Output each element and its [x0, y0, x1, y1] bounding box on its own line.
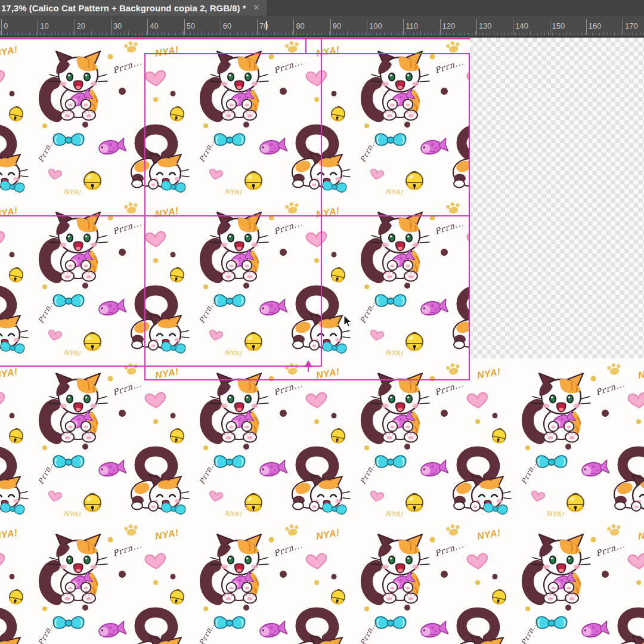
ruler-major-tick: [147, 19, 148, 35]
ruler-tick-label: 130: [479, 21, 492, 30]
ruler-tick-label: 90: [333, 21, 341, 30]
ruler-major-tick: [330, 19, 331, 35]
ruler-major-tick: [257, 19, 258, 35]
tab-close-icon[interactable]: ✕: [253, 0, 260, 16]
ruler-major-tick: [367, 19, 367, 35]
document-tab[interactable]: 17,3% (Calico Cat Pattern + Background c…: [0, 0, 267, 16]
ruler-major-tick: [38, 19, 38, 35]
ruler-major-tick: [293, 19, 294, 35]
ruler-tick-label: 80: [296, 21, 304, 30]
ruler-tick-label: 30: [113, 21, 122, 30]
ruler-tick-label: 40: [150, 21, 158, 30]
ruler-tick-label: 10: [40, 21, 48, 30]
ruler-tick-label: 50: [187, 21, 195, 30]
transparency-checkerboard: [470, 38, 644, 358]
document-tab-title: 17,3% (Calico Cat Pattern + Background c…: [1, 3, 246, 13]
ruler-minor-ticks: [0, 33, 644, 35]
ruler-major-tick: [623, 19, 623, 35]
ruler-tick-label: 140: [515, 21, 528, 30]
ruler-major-tick: [440, 19, 441, 35]
ruler-major-tick: [184, 19, 185, 35]
ruler-major-tick: [111, 19, 112, 35]
ruler-tick-label: 20: [77, 21, 85, 30]
ruler-major-tick: [221, 19, 221, 35]
ruler-tick-label: 70: [259, 21, 268, 30]
ruler-major-tick: [513, 19, 513, 35]
ruler-tick-label: 120: [442, 21, 456, 30]
pattern-layer-left: [0, 38, 470, 644]
ruler-major-tick: [586, 19, 587, 35]
ruler-tick-label: 60: [223, 21, 231, 30]
document-canvas[interactable]: NYA! NYA! Prrn... Prrn...: [0, 38, 644, 644]
ruler-tick-label: 170: [625, 21, 638, 30]
ruler-tick-label: 160: [589, 21, 602, 30]
document-tab-bar: 17,3% (Calico Cat Pattern + Background c…: [0, 0, 644, 16]
ruler-tick-label: 100: [369, 21, 382, 30]
ruler-major-tick: [75, 19, 75, 35]
ruler-tick-label: 110: [405, 21, 418, 30]
horizontal-ruler[interactable]: 0102030405060708090100110120130140150160…: [0, 16, 644, 38]
pattern-layer-bottom-right: [470, 358, 644, 644]
ruler-major-tick: [403, 19, 404, 35]
ruler-major-tick: [476, 19, 477, 35]
ruler-major-tick: [1, 19, 2, 35]
ruler-tick-label: 0: [4, 21, 8, 30]
ruler-tick-label: 150: [552, 21, 565, 30]
ruler-major-tick: [550, 19, 550, 35]
pattern-artwork: NYA! NYA! Prrn... Prrn...: [0, 38, 644, 644]
